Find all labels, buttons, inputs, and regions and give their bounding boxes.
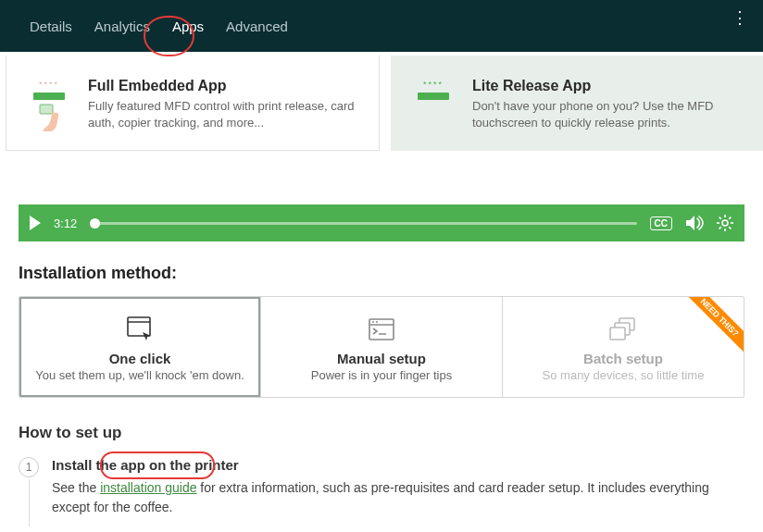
badge-bar xyxy=(33,93,65,100)
app-info: Full Embedded App Fully featured MFD con… xyxy=(88,78,362,133)
tab-details[interactable]: Details xyxy=(19,0,83,52)
svg-line-6 xyxy=(719,217,721,219)
svg-line-9 xyxy=(719,227,721,229)
installation-methods: One click You set them up, we'll knock '… xyxy=(19,296,744,398)
method-one-click[interactable]: One click You set them up, we'll knock '… xyxy=(19,297,261,397)
terminal-icon xyxy=(270,314,493,345)
hand-tap-icon xyxy=(36,104,62,133)
step-number: 1 xyxy=(19,457,39,477)
play-icon[interactable] xyxy=(30,216,41,230)
window-cursor-icon xyxy=(29,314,251,345)
badge-stars: **** xyxy=(423,80,444,89)
app-card-lite-release[interactable]: **** Lite Release App Don't have your ph… xyxy=(391,56,763,151)
closed-captions-button[interactable]: CC xyxy=(650,217,672,230)
method-title: Manual setup xyxy=(270,351,493,366)
how-to-set-up-heading: How to set up xyxy=(19,424,744,442)
app-card-full-embedded[interactable]: **** Full Embedded App Fully featured MF… xyxy=(6,56,380,151)
installation-method-heading: Installation method: xyxy=(19,264,744,283)
app-badge: **** xyxy=(23,78,75,133)
top-nav-bar: Details Analytics Apps Advanced ⋮ xyxy=(0,0,763,52)
progress-handle[interactable] xyxy=(90,218,100,229)
step-desc-text: See the xyxy=(52,480,100,495)
step-description: See the installation guide for extra inf… xyxy=(52,478,744,517)
svg-rect-10 xyxy=(128,317,150,336)
volume-icon[interactable] xyxy=(685,215,704,231)
video-player: 3:12 CC xyxy=(19,151,744,241)
method-batch-setup[interactable]: NEED THIS? Batch setup So many devices, … xyxy=(503,297,744,397)
app-title: Full Embedded App xyxy=(88,78,362,94)
svg-line-8 xyxy=(729,217,731,219)
method-title: One click xyxy=(29,351,251,366)
video-time: 3:12 xyxy=(54,217,77,230)
setup-step: 1 Install the app on the printer See the… xyxy=(19,457,744,526)
method-subtitle: You set them up, we'll knock 'em down. xyxy=(29,368,251,382)
tab-advanced[interactable]: Advanced xyxy=(215,0,299,52)
kebab-menu-icon[interactable]: ⋮ xyxy=(728,4,752,31)
svg-point-15 xyxy=(376,321,378,323)
app-info: Lite Release App Don't have your phone o… xyxy=(472,78,746,134)
need-this-ribbon[interactable]: NEED THIS? xyxy=(681,297,744,360)
step-connector-line xyxy=(29,479,30,526)
method-manual-setup[interactable]: Manual setup Power is in your finger tip… xyxy=(261,297,503,397)
badge-stars: **** xyxy=(39,80,59,89)
settings-gear-icon[interactable] xyxy=(717,215,733,231)
installation-guide-link[interactable]: installation guide xyxy=(100,480,196,495)
app-badge: **** xyxy=(407,78,459,134)
video-canvas[interactable] xyxy=(19,151,744,204)
app-title: Lite Release App xyxy=(472,78,746,94)
tab-analytics[interactable]: Analytics xyxy=(83,0,161,52)
svg-point-14 xyxy=(372,321,374,323)
badge-bar xyxy=(418,93,449,100)
step-title: Install the app on the printer xyxy=(52,457,744,473)
app-description: Fully featured MFD control with print re… xyxy=(88,98,362,130)
svg-line-7 xyxy=(729,227,731,229)
method-subtitle: So many devices, so little time xyxy=(512,368,734,382)
svg-point-1 xyxy=(722,220,728,226)
video-controls: 3:12 CC xyxy=(19,204,744,241)
app-cards-row: **** Full Embedded App Fully featured MF… xyxy=(0,56,763,151)
video-progress-bar[interactable] xyxy=(90,222,636,225)
method-subtitle: Power is in your finger tips xyxy=(270,368,493,382)
app-description: Don't have your phone on you? Use the MF… xyxy=(472,98,746,130)
svg-rect-0 xyxy=(40,105,53,114)
svg-rect-19 xyxy=(610,328,625,340)
tab-apps[interactable]: Apps xyxy=(161,0,215,52)
